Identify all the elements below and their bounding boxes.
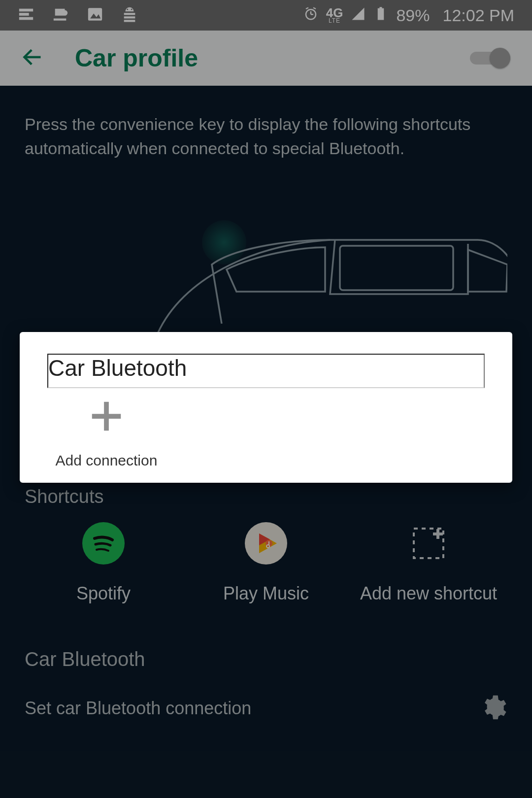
bluetooth-name-input[interactable]: [47, 354, 485, 388]
add-connection-button[interactable]: Add connection: [47, 397, 166, 469]
car-bluetooth-dialog: Add connection: [20, 332, 512, 483]
plus-icon: [87, 397, 126, 437]
add-connection-label: Add connection: [56, 452, 158, 469]
